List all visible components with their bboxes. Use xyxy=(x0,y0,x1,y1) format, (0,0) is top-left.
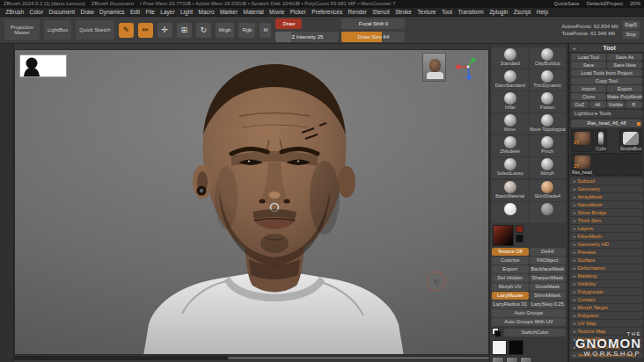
m-toggle[interactable]: M xyxy=(260,23,271,38)
menu-item[interactable]: Zscript xyxy=(511,8,534,17)
switch-color-button[interactable]: SwitchColor xyxy=(504,329,566,337)
load-tools-from-project-button[interactable]: Load Tools from Project xyxy=(571,69,642,76)
menu-item[interactable]: Preferences xyxy=(309,8,345,17)
quick-pick-tool[interactable]: Cylinder3D xyxy=(595,129,607,152)
horizontal-scrollbar[interactable] xyxy=(14,356,489,360)
shelf-button[interactable]: LazyStep 0.25 xyxy=(530,300,567,308)
brush-thumbnail[interactable]: Inflat xyxy=(492,91,529,112)
menu-item[interactable]: Transform xyxy=(455,8,487,17)
tool-button[interactable]: Save New xyxy=(607,62,642,69)
menu-item[interactable]: Stencil xyxy=(370,8,392,17)
quick-pick-tool[interactable]: SimpleBrush xyxy=(619,129,642,152)
quick-pick-tool[interactable] xyxy=(595,153,618,176)
brush-thumbnail[interactable]: Standard xyxy=(492,47,529,69)
material-thumbnail[interactable]: BasicMaterial xyxy=(492,180,529,201)
brush-thumbnail[interactable]: Pinch xyxy=(530,135,567,156)
shelf-button[interactable]: LazyRadius 31 xyxy=(492,300,529,308)
eqps-button[interactable]: EqpS xyxy=(623,21,640,29)
brush-thumbnail[interactable]: ClayBuildup xyxy=(530,47,567,69)
tool-subpalette[interactable]: ▸ Slime Bridge xyxy=(570,209,643,216)
shelf-wide-button[interactable]: Auto Groups xyxy=(492,309,566,317)
draw-pointer-button[interactable]: ✏ xyxy=(138,23,153,38)
menu-item[interactable]: Texture xyxy=(414,8,439,17)
tool-subpalette[interactable]: ▸ Morph Target xyxy=(570,304,643,311)
tool-subpalette[interactable]: ▸ ArrayMesh xyxy=(570,193,643,200)
shelf-button[interactable]: Texture Off xyxy=(492,248,529,256)
tool-button[interactable]: Save xyxy=(571,62,606,69)
menu-item[interactable]: Help xyxy=(534,8,552,17)
texture-mini-thumbnail[interactable] xyxy=(506,357,518,362)
secondary-color-swatch[interactable] xyxy=(516,235,523,243)
draw-size-slider[interactable]: Draw Size 64 xyxy=(341,32,405,42)
menu-item[interactable]: Marker xyxy=(217,8,241,17)
current-tool-slider[interactable]: Ras_head_46_48 xyxy=(571,119,642,127)
model-preview-thumbnail[interactable] xyxy=(422,53,446,82)
axis-gizmo[interactable] xyxy=(455,57,478,80)
material-thumbnail[interactable] xyxy=(530,202,567,223)
menu-item[interactable]: Color xyxy=(26,8,46,17)
shelf-button[interactable]: FillObject xyxy=(530,257,567,264)
menu-item[interactable]: Material xyxy=(240,8,267,17)
shelf-button[interactable]: Del Hidden xyxy=(492,274,529,282)
quick-pick-tool[interactable]: 17 Ras_head_46 xyxy=(571,153,594,176)
shelf-button[interactable]: Colorize xyxy=(492,257,529,264)
quicksave-button[interactable]: QuickSave xyxy=(554,0,580,8)
menu-item[interactable]: Picker xyxy=(288,8,309,17)
tool-subpalette[interactable]: ▸ Masking xyxy=(570,272,643,279)
menu-item[interactable]: Stroke xyxy=(392,8,414,17)
tool-subpalette[interactable]: ▸ Layers xyxy=(570,225,643,232)
tool-subpalette[interactable]: ▸ FiberMesh xyxy=(570,233,643,240)
texture-mini-thumbnail[interactable] xyxy=(520,357,532,362)
sculpt-model-head[interactable] xyxy=(15,50,489,355)
copy-tool-button[interactable]: Copy Tool xyxy=(571,77,642,84)
shelf-wide-button[interactable]: Auto Groups With UV xyxy=(492,318,566,326)
tool-subpalette[interactable]: ▸ Geometry xyxy=(570,185,643,192)
menu-item[interactable]: Tool xyxy=(439,8,455,17)
tool-subpalette[interactable]: ▸ Subtool xyxy=(570,177,643,185)
shelf-button[interactable]: GrowMask xyxy=(530,283,567,291)
tool-subpalette[interactable]: ▸ Contact xyxy=(570,296,643,303)
tool-subpalette[interactable]: ▸ Preview xyxy=(570,249,643,256)
left-tray-collapsed[interactable] xyxy=(0,44,14,362)
document-canvas[interactable]: ↻ xyxy=(14,49,489,355)
menu-item[interactable]: File xyxy=(143,8,157,17)
tool-button[interactable]: Export xyxy=(607,85,642,92)
edit-object-button[interactable]: ✎ xyxy=(119,23,134,38)
rgb-toggle[interactable]: Rgb xyxy=(238,23,255,38)
tool-button[interactable]: Import xyxy=(571,85,606,92)
menu-item[interactable]: Edit xyxy=(128,8,143,17)
menu-item[interactable]: Draw xyxy=(77,8,97,17)
menu-item[interactable]: ZBrush xyxy=(3,8,26,17)
lightbox-button[interactable]: LightBox xyxy=(44,20,71,40)
shelf-button[interactable]: DelHI xyxy=(530,248,567,256)
shelf-button[interactable]: BackfaceMask xyxy=(530,265,567,273)
focal-shift-slider[interactable]: Focal Shift 0 xyxy=(341,18,405,29)
tool-subpalette[interactable]: ▸ Geometry HD xyxy=(570,241,643,248)
menu-item[interactable]: Document xyxy=(46,8,77,17)
menu-item[interactable]: Movie xyxy=(267,8,288,17)
tool-subpalette[interactable]: ▸ NanoMesh xyxy=(570,201,643,208)
menu-item[interactable]: Zplugin xyxy=(487,8,511,17)
tool-button[interactable]: Make PolyMesh3D xyxy=(607,93,642,100)
shelf-button[interactable]: ShrinkMask xyxy=(530,292,567,300)
tool-subpalette[interactable]: ▸ Polypaint xyxy=(570,312,643,319)
brush-thumbnail[interactable]: SelectLasso xyxy=(492,157,529,178)
texture-mini-thumbnail[interactable] xyxy=(492,357,504,362)
lightbox-tools-row[interactable]: Lightbox ▸ Tools xyxy=(571,110,642,118)
draw-mode-button[interactable]: Draw xyxy=(275,18,302,29)
shelf-button[interactable]: SharpenMask xyxy=(530,274,567,282)
texture-swatch-white[interactable] xyxy=(492,340,507,355)
shelf-button[interactable]: Morph UV xyxy=(492,283,529,291)
brush-thumbnail[interactable]: Move Topological xyxy=(530,113,567,134)
alpha-preview[interactable] xyxy=(19,54,67,77)
menu-item[interactable]: Layer xyxy=(157,8,178,17)
brush-thumbnail[interactable]: Morph xyxy=(530,157,567,178)
tool-button[interactable]: Clone xyxy=(571,93,606,100)
menu-item[interactable]: Light xyxy=(178,8,195,17)
tool-palette-header[interactable]: ● Tool xyxy=(569,44,644,53)
quick-sketch-button[interactable]: Quick Sketch xyxy=(76,20,113,40)
menu-item[interactable]: Macro xyxy=(195,8,216,17)
quick-pick-tool[interactable] xyxy=(619,153,642,176)
brush-thumbnail[interactable]: ZModeler xyxy=(492,135,529,156)
mrgb-toggle[interactable]: Mrgb xyxy=(216,23,235,38)
